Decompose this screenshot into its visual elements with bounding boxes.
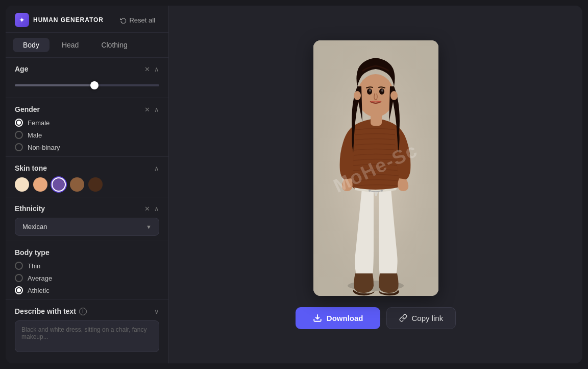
svg-point-10 <box>381 89 383 91</box>
describe-header: Describe with text i ∨ <box>15 307 159 315</box>
gender-section: Gender ✕ ∧ Female Male <box>6 98 168 157</box>
describe-title: Describe with text <box>15 307 76 315</box>
svg-point-3 <box>369 190 371 192</box>
age-collapse-icon[interactable]: ∧ <box>154 65 159 73</box>
gender-male-option[interactable]: Male <box>15 131 159 139</box>
main-content: MoHe-Sc Download Copy link <box>169 6 582 363</box>
ethnicity-dropdown[interactable]: Mexican ▼ <box>15 218 159 236</box>
svg-point-4 <box>381 190 383 192</box>
ethnicity-title: Ethnicity <box>15 204 45 213</box>
gender-radio-group: Female Male Non-binary <box>15 119 159 151</box>
tab-clothing[interactable]: Clothing <box>91 38 137 52</box>
copy-link-label: Copy link <box>411 314 443 322</box>
generated-image-container: MoHe-Sc <box>313 40 438 296</box>
gender-section-header: Gender ✕ ∧ <box>15 105 159 113</box>
age-controls: ✕ ∧ <box>144 65 159 73</box>
describe-section: Describe with text i ∨ <box>6 300 168 361</box>
gender-female-option[interactable]: Female <box>15 119 159 127</box>
reset-label: Reset all <box>129 16 155 24</box>
ethnicity-clear-icon[interactable]: ✕ <box>144 205 150 213</box>
gender-female-radio-dot <box>17 121 21 125</box>
link-icon <box>399 314 407 322</box>
gender-clear-icon[interactable]: ✕ <box>144 106 150 113</box>
svg-point-6 <box>357 74 394 117</box>
body-type-thin-label: Thin <box>28 262 40 270</box>
reset-icon <box>120 17 127 24</box>
body-type-section: Body type Thin Average Athletic <box>6 241 168 300</box>
body-type-thin-option[interactable]: Thin <box>15 262 159 270</box>
reset-button[interactable]: Reset all <box>116 14 159 26</box>
svg-point-12 <box>390 91 398 100</box>
ethnicity-selected-value: Mexican <box>22 223 47 230</box>
body-type-section-header: Body type <box>15 248 159 257</box>
sidebar: ✦ HUMAN GENERATOR Reset all Body Head Cl… <box>6 6 169 363</box>
age-title: Age <box>15 65 28 73</box>
ethnicity-controls: ✕ ∧ <box>144 205 159 213</box>
body-type-athletic-label: Athletic <box>28 287 50 294</box>
gender-nonbinary-option[interactable]: Non-binary <box>15 143 159 151</box>
svg-point-9 <box>369 89 371 91</box>
tab-body[interactable]: Body <box>13 38 50 52</box>
skin-tone-medium-light[interactable] <box>33 177 47 192</box>
body-type-athletic-radio-dot <box>17 288 21 292</box>
gender-collapse-icon[interactable]: ∧ <box>154 106 159 113</box>
age-slider-thumb[interactable] <box>90 81 99 89</box>
ethnicity-chevron-icon: ▼ <box>146 224 152 230</box>
body-type-athletic-option[interactable]: Athletic <box>15 286 159 294</box>
gender-nonbinary-radio <box>15 143 23 151</box>
describe-collapse-icon[interactable]: ∨ <box>154 308 159 315</box>
age-slider-container <box>15 78 159 93</box>
gender-female-label: Female <box>28 119 50 127</box>
skin-tone-controls: ∧ <box>154 165 159 172</box>
age-slider-track <box>15 84 159 86</box>
app-container: ✦ HUMAN GENERATOR Reset all Body Head Cl… <box>6 6 582 363</box>
tab-head[interactable]: Head <box>52 38 89 52</box>
body-type-title: Body type <box>15 248 50 257</box>
skin-tone-medium-dark[interactable] <box>70 177 84 192</box>
body-type-radio-group: Thin Average Athletic <box>15 262 159 294</box>
skin-tone-light[interactable] <box>15 177 29 192</box>
svg-point-11 <box>354 91 361 100</box>
age-slider-fill <box>15 84 94 86</box>
age-section: Age ✕ ∧ <box>6 58 168 98</box>
ethnicity-collapse-icon[interactable]: ∧ <box>154 205 159 213</box>
describe-info-icon[interactable]: i <box>79 308 87 315</box>
tabs-bar: Body Head Clothing <box>6 33 168 58</box>
skin-tone-medium[interactable] <box>52 177 66 192</box>
skin-tone-collapse-icon[interactable]: ∧ <box>154 165 159 172</box>
age-clear-icon[interactable]: ✕ <box>144 65 150 73</box>
ethnicity-section-header: Ethnicity ✕ ∧ <box>15 204 159 213</box>
skin-tone-palette <box>15 177 159 192</box>
body-type-thin-radio <box>15 262 23 270</box>
skin-tone-dark[interactable] <box>88 177 103 192</box>
action-buttons: Download Copy link <box>296 307 456 329</box>
body-type-average-option[interactable]: Average <box>15 274 159 282</box>
describe-title-row: Describe with text i <box>15 307 87 315</box>
download-button[interactable]: Download <box>296 307 381 329</box>
ethnicity-section: Ethnicity ✕ ∧ Mexican ▼ <box>6 197 168 241</box>
skin-tone-section-header: Skin tone ∧ <box>15 164 159 172</box>
gender-controls: ✕ ∧ <box>144 106 159 113</box>
gender-title: Gender <box>15 105 40 113</box>
body-type-average-radio <box>15 274 23 282</box>
age-section-header: Age ✕ ∧ <box>15 65 159 73</box>
download-icon <box>313 313 322 322</box>
download-label: Download <box>327 314 363 322</box>
skin-tone-title: Skin tone <box>15 164 47 172</box>
header: ✦ HUMAN GENERATOR Reset all <box>6 6 168 33</box>
gender-nonbinary-label: Non-binary <box>28 144 60 151</box>
logo-area: ✦ HUMAN GENERATOR <box>15 13 104 27</box>
person-svg <box>313 40 438 296</box>
skin-tone-section: Skin tone ∧ <box>6 157 168 197</box>
logo-icon: ✦ <box>15 13 29 27</box>
describe-textarea[interactable] <box>15 320 159 352</box>
body-type-average-label: Average <box>28 274 52 282</box>
gender-male-label: Male <box>28 131 42 139</box>
gender-female-radio <box>15 119 23 127</box>
body-type-athletic-radio <box>15 286 23 294</box>
gender-male-radio <box>15 131 23 139</box>
app-title: HUMAN GENERATOR <box>33 16 104 24</box>
copy-link-button[interactable]: Copy link <box>386 307 456 329</box>
